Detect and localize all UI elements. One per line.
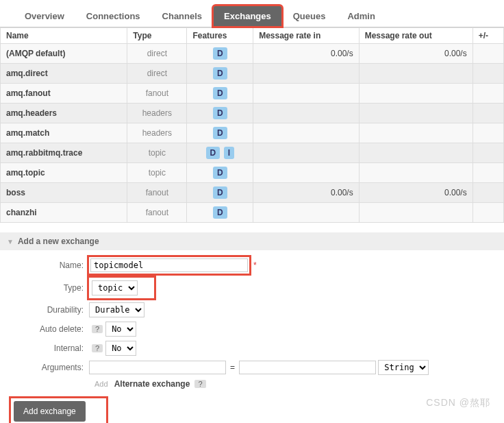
feature-badge: D [213,67,227,80]
table-row: amq.headers headers D [1,104,504,123]
exchange-type-cell: topic [127,143,187,163]
name-label: Name: [14,261,89,270]
rate-in-cell: 0.00/s [253,44,360,64]
rate-in-cell: 0.00/s [253,183,360,203]
feature-badge: D [213,127,227,139]
rate-in-cell [253,104,360,123]
feature-badge: D [213,47,227,60]
add-exchange-form: Name: * Type: topic Durability: Durable … [0,257,504,389]
plusminus-cell [473,64,503,84]
features-cell: D I [187,143,253,163]
exchange-name-cell[interactable]: amq.headers [1,104,127,123]
plusminus-cell [473,123,503,143]
exchange-name-cell[interactable]: amq.direct [1,64,127,84]
add-hint: Add [94,380,108,388]
table-row: amq.fanout fanout D [1,84,504,104]
rate-in-cell [253,203,360,223]
rate-out-cell [359,163,473,183]
rate-out-cell [359,143,473,163]
plusminus-cell [473,104,503,123]
plusminus-cell [473,183,503,203]
rate-in-cell [253,163,360,183]
add-exchange-button[interactable]: Add exchange [14,401,86,422]
col-plusminus[interactable]: +/- [473,28,503,44]
exchange-type-cell: headers [127,123,187,143]
col-type[interactable]: Type [127,28,187,44]
main-tabs: Overview Connections Channels Exchanges … [0,0,504,27]
internal-select[interactable]: No [105,341,136,356]
tab-admin[interactable]: Admin [336,5,386,27]
table-row: amq.match headers D [1,123,504,143]
col-rate-out[interactable]: Message rate out [359,28,473,44]
arguments-label: Arguments: [14,363,89,372]
argument-value-input[interactable] [239,361,376,374]
rate-out-cell [359,64,473,84]
rate-in-cell [253,143,360,163]
plusminus-cell [473,84,503,104]
submit-highlight: Add exchange [11,398,106,423]
required-mark: * [253,261,257,270]
exchange-name-cell[interactable]: chanzhi [1,203,127,223]
features-cell: D [187,163,253,183]
tab-queues[interactable]: Queues [282,5,337,27]
exchange-type-cell: fanout [127,183,187,203]
rate-out-cell: 0.00/s [359,44,473,64]
feature-badge: D [213,206,227,219]
rate-out-cell [359,123,473,143]
help-icon[interactable]: ? [194,380,205,388]
help-icon[interactable]: ? [92,344,103,352]
features-cell: D [187,104,253,123]
exchange-name-cell[interactable]: amq.fanout [1,84,127,104]
type-label: Type: [14,283,89,293]
section-add-exchange[interactable]: ▼ Add a new exchange [0,232,504,250]
exchange-type-cell: fanout [127,203,187,223]
table-row: amq.direct direct D [1,64,504,84]
exchange-name-cell[interactable]: boss [1,183,127,203]
features-cell: D [187,203,253,223]
equals-sign: = [226,363,239,372]
help-icon[interactable]: ? [92,325,103,333]
features-cell: D [187,84,253,104]
plusminus-cell [473,203,503,223]
argument-key-input[interactable] [89,361,226,374]
alternate-exchange-label: Alternate exchange [114,379,190,389]
table-row: amq.rabbitmq.trace topic D I [1,143,504,163]
exchange-name-cell[interactable]: amq.rabbitmq.trace [1,143,127,163]
name-input[interactable] [90,258,248,272]
exchange-name-cell[interactable]: amq.match [1,123,127,143]
plusminus-cell [473,44,503,64]
plusminus-cell [473,163,503,183]
watermark: CSDN @熬耶 [426,397,490,409]
table-row: chanzhi fanout D [1,203,504,223]
exchanges-table: Name Type Features Message rate in Messa… [0,27,504,223]
tab-exchanges[interactable]: Exchanges [213,5,282,27]
type-select[interactable]: topic [92,280,138,295]
exchange-type-cell: direct [127,44,187,64]
tab-connections[interactable]: Connections [75,5,151,27]
rate-in-cell [253,64,360,84]
col-rate-in[interactable]: Message rate in [253,28,360,44]
table-row: (AMQP default) direct D 0.00/s 0.00/s [1,44,504,64]
tab-overview[interactable]: Overview [14,5,75,27]
collapse-icon: ▼ [7,238,14,245]
durability-select[interactable]: Durable [89,302,144,317]
autodelete-select[interactable]: No [105,322,136,337]
feature-badge: D [206,147,220,159]
exchange-name-cell[interactable]: (AMQP default) [1,44,127,64]
argument-type-select[interactable]: String [378,360,429,375]
features-cell: D [187,44,253,64]
rate-out-cell [359,203,473,223]
autodelete-label: Auto delete: [14,324,89,334]
plusminus-cell [473,143,503,163]
feature-badge: D [213,87,227,99]
col-name[interactable]: Name [1,28,127,44]
col-features[interactable]: Features [187,28,253,44]
exchange-type-cell: direct [127,64,187,84]
exchange-type-cell: fanout [127,84,187,104]
durability-label: Durability: [14,305,89,315]
rate-out-cell: 0.00/s [359,183,473,203]
rate-in-cell [253,123,360,143]
exchange-name-cell[interactable]: amq.topic [1,163,127,183]
tab-channels[interactable]: Channels [151,5,214,27]
rate-in-cell [253,84,360,104]
